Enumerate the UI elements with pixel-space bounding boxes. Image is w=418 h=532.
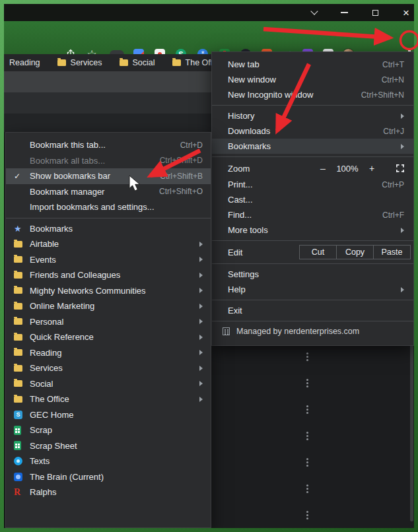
window-inner: × ☆ ... S * N ✓ Paus... (4, 4, 414, 528)
submenu-arrow-icon (199, 366, 203, 371)
menu-item-show-bookmarks-bar[interactable]: ✓Show bookmarks barCtrl+Shift+B (6, 168, 211, 184)
titlebar: × (4, 4, 414, 21)
kebab-menu-icon (306, 461, 308, 463)
bookmark-link-item[interactable]: The Brain (Current) (6, 469, 211, 485)
row-kebab-menu[interactable] (302, 457, 312, 467)
bookmark-link-item[interactable]: Scrap Sheet (6, 438, 211, 454)
edit-copy-button[interactable]: Copy (336, 245, 374, 259)
folder-icon (14, 241, 22, 248)
menu-label: Cast... (228, 195, 253, 205)
bookmarks-folder-item[interactable]: Mighty Networks Communities (6, 283, 211, 299)
menu-item-history[interactable]: History (212, 108, 413, 123)
menu-label: Zoom (228, 164, 250, 174)
folder-label: The Office (30, 394, 69, 404)
menu-item-bookmark-manager[interactable]: Bookmark managerCtrl+Shift+O (6, 184, 211, 200)
folder-icon (14, 303, 22, 310)
bookmarks-folder-item[interactable]: Airtable (6, 236, 211, 252)
bookmarks-folder-item[interactable]: Online Marketing (6, 298, 211, 314)
row-kebab-menu[interactable] (302, 430, 312, 441)
menu-label: Edit (228, 248, 242, 257)
maximize-icon (372, 10, 378, 16)
bookmarks-folder-item[interactable]: The Office (6, 391, 211, 407)
menu-item-zoom: Zoom – 100% + (212, 160, 413, 177)
menu-item-exit[interactable]: Exit (212, 303, 413, 318)
blue-circle-icon (14, 457, 22, 465)
fullscreen-icon[interactable] (396, 164, 404, 172)
organization-icon (223, 327, 230, 335)
row-kebab-menu[interactable] (302, 404, 312, 415)
bookmark-link-item[interactable]: Scrap (6, 422, 211, 438)
menu-item-find[interactable]: Find...Ctrl+F (212, 207, 413, 222)
bookmarks-folder-item[interactable]: Quick Reference (6, 329, 211, 345)
folder-label: Mighty Networks Communities (30, 286, 146, 296)
menu-label: Settings (228, 269, 259, 279)
menu-item-bookmarks[interactable]: Bookmarks (212, 139, 413, 154)
menu-item-help[interactable]: Help (212, 282, 413, 297)
bookmarks-folder-item[interactable]: Personal (6, 314, 211, 330)
menu-item-new-window[interactable]: New windowCtrl+N (212, 72, 413, 87)
zoom-in-button[interactable]: + (362, 163, 382, 174)
bookmarks-bar-item[interactable]: Social (120, 58, 155, 67)
edit-cut-button[interactable]: Cut (299, 245, 337, 259)
bookmarks-folder-item[interactable]: Social (6, 376, 211, 392)
managed-label: Managed by nerdenterprises.com (236, 327, 359, 336)
checkmark-icon: ✓ (14, 172, 20, 181)
row-kebab-menu[interactable] (302, 351, 312, 362)
folder-label: Friends and Colleagues (30, 270, 120, 280)
menu-item-downloads[interactable]: DownloadsCtrl+J (212, 123, 413, 139)
star-icon: ★ (14, 224, 22, 234)
menu-label: More tools (228, 225, 268, 235)
submenu-arrow-icon (199, 257, 203, 262)
managed-by-notice: Managed by nerdenterprises.com (212, 321, 413, 341)
scrollbar[interactable] (410, 343, 413, 521)
kebab-menu-icon (306, 435, 308, 437)
smartsheet-icon: S (14, 411, 22, 419)
menu-item-cast[interactable]: Cast... (212, 192, 413, 207)
browser-main-menu: New tabCtrl+T New windowCtrl+N New Incog… (211, 51, 414, 346)
submenu-arrow-icon (199, 288, 203, 293)
bookmarks-folder-item[interactable]: Services (6, 360, 211, 376)
menu-item-bookmarks-root[interactable]: ★Bookmarks (6, 221, 211, 237)
edit-paste-button[interactable]: Paste (373, 245, 411, 259)
folder-label: Reading (30, 348, 61, 358)
bookmarks-folder-item[interactable]: Reading (6, 345, 211, 361)
submenu-arrow-icon (199, 304, 203, 309)
row-kebab-menu[interactable] (302, 510, 312, 520)
menu-label: Bookmark all tabs... (30, 156, 105, 166)
menu-label: Bookmark manager (30, 187, 104, 197)
menu-item-more-tools[interactable]: More tools (212, 222, 413, 238)
bookmark-link-item[interactable]: RRalphs (6, 484, 211, 500)
menu-item-new-incognito-window[interactable]: New Incognito windowCtrl+Shift+N (212, 87, 413, 102)
menu-item-import-bookmarks[interactable]: Import bookmarks and settings... (6, 199, 211, 215)
menu-label: Import bookmarks and settings... (30, 202, 155, 212)
window-chevron-down-button[interactable] (303, 4, 326, 21)
menu-item-bookmark-this-tab[interactable]: Bookmark this tab...Ctrl+D (6, 137, 211, 153)
kebab-menu-icon (306, 356, 308, 358)
folder-icon (14, 287, 22, 294)
menu-item-print[interactable]: Print...Ctrl+P (212, 177, 413, 192)
zoom-out-button[interactable]: – (313, 163, 333, 174)
menu-label: Find... (228, 210, 252, 220)
menu-shortcut: Ctrl+Shift+O (159, 187, 203, 196)
menu-separator (6, 218, 211, 218)
folder-label: Airtable (30, 239, 59, 249)
kebab-menu-icon (306, 514, 308, 516)
folder-label: Online Marketing (30, 301, 94, 311)
submenu-arrow-icon (199, 350, 203, 355)
bookmark-link-item[interactable]: SGEC Home (6, 407, 211, 423)
bookmarks-folder-item[interactable]: Events (6, 252, 211, 268)
bookmarks-bar-item[interactable]: Services (57, 58, 102, 67)
menu-item-settings[interactable]: Settings (212, 267, 413, 282)
menu-label: New window (228, 75, 276, 84)
window-maximize-button[interactable] (364, 4, 386, 21)
menu-item-new-tab[interactable]: New tabCtrl+T (212, 57, 413, 72)
row-kebab-menu[interactable] (302, 483, 312, 494)
window-close-button[interactable]: × (395, 4, 414, 21)
bookmark-link-item[interactable]: Texts (6, 453, 211, 469)
bookmarks-bar-item[interactable]: Reading (9, 58, 40, 67)
bookmarks-folder-item[interactable]: Friends and Colleagues (6, 267, 211, 283)
menu-shortcut: Ctrl+Shift+N (361, 90, 404, 100)
window-minimize-button[interactable] (333, 4, 355, 21)
row-kebab-menu[interactable] (302, 378, 312, 388)
submenu-arrow-icon (199, 273, 203, 278)
